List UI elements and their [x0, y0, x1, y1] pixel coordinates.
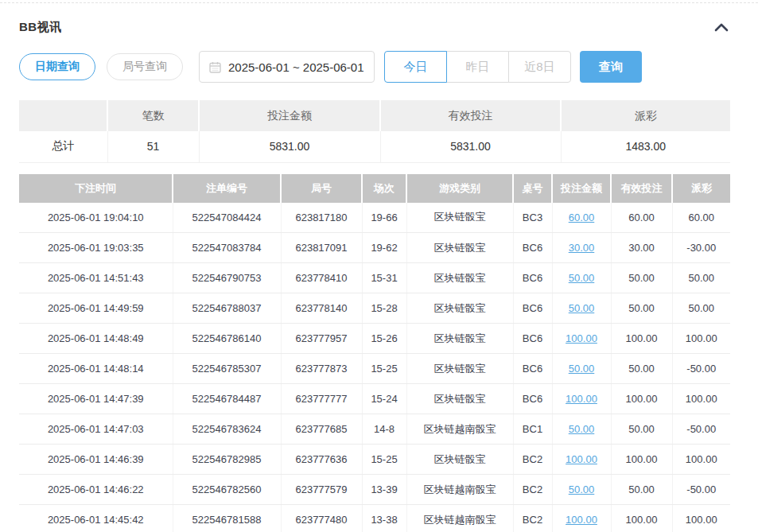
payout-cell: 50.00 — [672, 263, 730, 293]
quick-today-button[interactable]: 今日 — [384, 51, 447, 83]
session-cell: 15-31 — [362, 263, 406, 293]
bet-time-cell: 2025-06-01 14:47:03 — [19, 414, 173, 445]
bb-video-panel: BB视讯 日期查询 局号查询 2025-06-01 ~ 2025-06-01 — [0, 20, 730, 532]
game-type-cell: 区块链骰宝 — [406, 354, 513, 384]
session-cell: 19-66 — [362, 203, 406, 233]
bet-time-cell: 2025-06-01 19:03:35 — [19, 233, 173, 263]
round-no-cell: 623777685 — [281, 414, 362, 445]
order-no-cell: 522546783624 — [173, 414, 281, 445]
bet-time-cell: 2025-06-01 14:51:43 — [19, 263, 173, 293]
bet-amount-link[interactable]: 50.00 — [569, 272, 595, 284]
table-no-cell: BC1 — [513, 414, 552, 445]
payout-cell: 100.00 — [672, 384, 730, 414]
round-no-cell: 623777777 — [281, 384, 362, 414]
quick-last8days-button[interactable]: 近8日 — [508, 51, 571, 83]
quick-yesterday-button[interactable]: 昨日 — [446, 51, 509, 83]
bet-amount-cell: 100.00 — [552, 324, 611, 354]
table-row: 2025-06-01 19:04:10522547084424623817180… — [19, 203, 730, 233]
session-cell: 19-62 — [362, 233, 406, 263]
game-type-cell: 区块链骰宝 — [406, 233, 513, 263]
order-no-cell: 522547084424 — [173, 203, 281, 233]
round-no-cell: 623817091 — [281, 233, 362, 263]
summary-col-valid-bet: 有效投注 — [380, 100, 561, 131]
table-no-cell: BC2 — [513, 475, 552, 505]
collapse-chevron-up-icon[interactable] — [713, 23, 730, 32]
session-cell: 15-25 — [362, 354, 406, 384]
valid-bet-cell: 50.00 — [611, 293, 672, 324]
bet-amount-link[interactable]: 100.00 — [566, 514, 597, 526]
col-header-order-no: 注单编号 — [173, 174, 281, 203]
table-row: 2025-06-01 14:47:39522546784487623777777… — [19, 384, 730, 414]
bet-time-cell: 2025-06-01 14:49:59 — [19, 293, 173, 324]
col-header-table-no: 桌号 — [513, 174, 552, 203]
valid-bet-cell: 50.00 — [611, 354, 672, 384]
table-no-cell: BC6 — [513, 263, 552, 293]
game-type-cell: 区块链骰宝 — [406, 293, 513, 324]
valid-bet-cell: 100.00 — [611, 324, 672, 354]
bet-amount-link[interactable]: 100.00 — [566, 453, 597, 465]
bet-amount-cell: 50.00 — [552, 414, 611, 445]
bet-amount-link[interactable]: 30.00 — [569, 242, 595, 254]
order-no-cell: 522546782985 — [173, 445, 281, 475]
payout-cell: 60.00 — [672, 203, 730, 233]
bet-amount-link[interactable]: 50.00 — [569, 363, 595, 375]
total-payout-cell: 1483.00 — [561, 131, 730, 162]
table-row: 2025-06-01 14:49:59522546788037623778140… — [19, 293, 730, 324]
valid-bet-cell: 30.00 — [611, 233, 672, 263]
tab-date-query[interactable]: 日期查询 — [19, 53, 95, 80]
table-row: 2025-06-01 14:46:39522546782985623777636… — [19, 445, 730, 475]
bet-amount-link[interactable]: 60.00 — [569, 212, 595, 223]
summary-total-row: 总计 51 5831.00 5831.00 1483.00 — [19, 131, 730, 162]
bet-amount-link[interactable]: 50.00 — [569, 302, 595, 314]
round-no-cell: 623777957 — [281, 324, 362, 354]
bet-amount-cell: 50.00 — [552, 354, 611, 384]
game-type-cell: 区块链骰宝 — [406, 445, 513, 475]
valid-bet-cell: 50.00 — [611, 414, 672, 445]
order-no-cell: 522547083784 — [173, 233, 281, 263]
table-no-cell: BC2 — [513, 505, 552, 532]
order-no-cell: 522546788037 — [173, 293, 281, 324]
panel-title: BB视讯 — [19, 20, 62, 35]
bet-amount-cell: 50.00 — [552, 475, 611, 505]
round-no-cell: 623778410 — [281, 263, 362, 293]
search-button[interactable]: 查询 — [580, 51, 642, 83]
table-row: 2025-06-01 14:48:14522546785307623777873… — [19, 354, 730, 384]
bet-amount-cell: 100.00 — [552, 505, 611, 532]
table-row: 2025-06-01 14:48:49522546786140623777957… — [19, 324, 730, 354]
date-range-input[interactable]: 2025-06-01 ~ 2025-06-01 — [199, 51, 375, 83]
bet-amount-cell: 100.00 — [552, 445, 611, 475]
bet-amount-link[interactable]: 50.00 — [569, 423, 595, 435]
valid-bet-cell: 60.00 — [611, 203, 672, 233]
bet-amount-link[interactable]: 50.00 — [569, 483, 595, 495]
summary-header-row: 笔数 投注金额 有效投注 派彩 — [19, 100, 730, 131]
total-count-cell: 51 — [107, 131, 199, 162]
bet-amount-link[interactable]: 100.00 — [566, 332, 597, 344]
quick-range-group: 今日 昨日 近8日 — [384, 51, 571, 83]
round-no-cell: 623777579 — [281, 475, 362, 505]
bet-amount-cell: 30.00 — [552, 233, 611, 263]
col-header-valid-bet: 有效投注 — [611, 174, 672, 203]
table-row: 2025-06-01 14:46:22522546782560623777579… — [19, 475, 730, 505]
payout-cell: 100.00 — [672, 505, 730, 532]
summary-col-empty — [19, 100, 107, 131]
bet-time-cell: 2025-06-01 19:04:10 — [19, 203, 173, 233]
records-header-row: 下注时间 注单编号 局号 场次 游戏类别 桌号 投注金额 有效投注 派彩 — [19, 174, 730, 203]
table-no-cell: BC6 — [513, 233, 552, 263]
bet-time-cell: 2025-06-01 14:48:49 — [19, 324, 173, 354]
round-no-cell: 623777480 — [281, 505, 362, 532]
col-header-bet-time: 下注时间 — [19, 174, 173, 203]
bet-amount-cell: 60.00 — [552, 203, 611, 233]
date-range-value: 2025-06-01 ~ 2025-06-01 — [228, 60, 364, 74]
panel-header: BB视讯 — [19, 20, 730, 34]
table-no-cell: BC6 — [513, 324, 552, 354]
bet-amount-link[interactable]: 100.00 — [566, 393, 597, 405]
bet-time-cell: 2025-06-01 14:47:39 — [19, 384, 173, 414]
payout-cell: -50.00 — [672, 414, 730, 445]
total-label-cell: 总计 — [19, 131, 107, 162]
round-no-cell: 623778140 — [281, 293, 362, 324]
session-cell: 15-28 — [362, 293, 406, 324]
bet-time-cell: 2025-06-01 14:45:42 — [19, 505, 173, 532]
bet-time-cell: 2025-06-01 14:48:14 — [19, 354, 173, 384]
filter-toolbar: 日期查询 局号查询 2025-06-01 ~ 2025-06-01 今日 昨日 … — [19, 51, 730, 83]
tab-round-query[interactable]: 局号查询 — [107, 53, 183, 80]
